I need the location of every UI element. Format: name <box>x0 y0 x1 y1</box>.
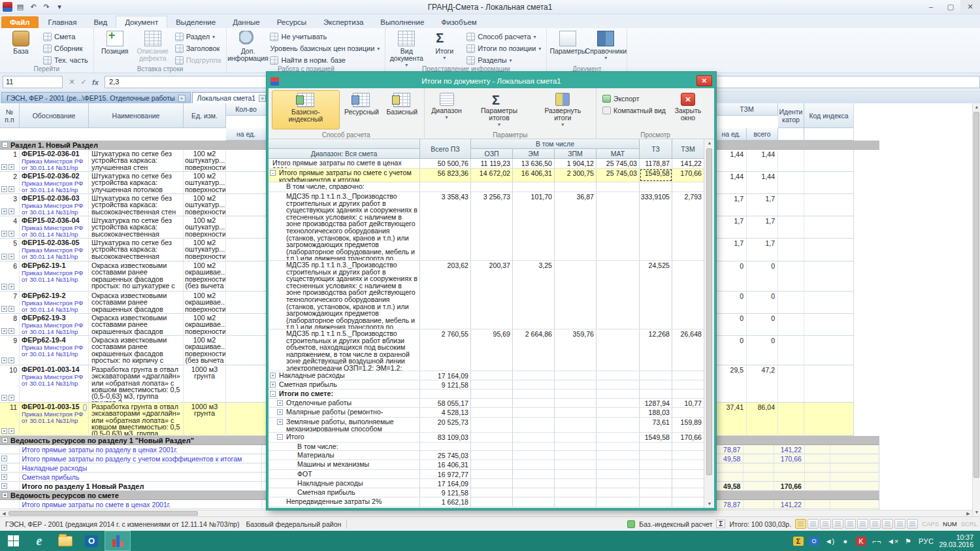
expander-icon[interactable]: + <box>2 492 8 498</box>
grand-smeta-icon[interactable] <box>105 531 131 551</box>
expander-icon[interactable]: + <box>8 209 14 214</box>
tab-ресурсы[interactable]: Ресурсы <box>269 16 315 28</box>
vertical-scroll-thumb[interactable] <box>973 112 979 478</box>
dialog-row[interactable]: +Отделочные работы58 055,171287,9410,77 <box>269 399 704 408</box>
dialog-titlebar[interactable]: Итоги по документу - Локальная смета1 ✕ <box>269 74 714 88</box>
view-icon-8[interactable] <box>882 519 893 529</box>
dialog-row[interactable]: МДС35 пр.1 т.1 п.3._Производство строите… <box>269 261 704 329</box>
dialog-row[interactable]: -Итого прямые затраты по смете с учетом … <box>269 169 704 182</box>
уровень-базисных-цен-позиции-button[interactable]: Уровень базисных цен позиции▾ <box>267 42 382 54</box>
dialog-row[interactable]: Непредвиденные затраты 2%1 662,18 <box>269 497 704 507</box>
expander-icon[interactable]: + <box>8 328 14 334</box>
тех-часть-button[interactable]: Тех. часть <box>41 54 91 66</box>
tab-экспертиза[interactable]: Экспертиза <box>315 16 372 28</box>
позиция-button[interactable]: Позиция <box>97 29 133 66</box>
start-icon[interactable] <box>0 531 26 551</box>
ie-icon[interactable]: e <box>26 531 52 551</box>
dialog-scroll-thumb[interactable] <box>706 148 712 475</box>
network-icon[interactable]: ⌐¬ <box>872 537 882 546</box>
close-window-button[interactable]: ✕Закрыть окно <box>670 90 706 129</box>
office-tray-icon[interactable]: O <box>809 537 819 546</box>
save-icon[interactable]: ▤ <box>15 2 25 12</box>
expander-icon[interactable]: + <box>8 284 14 290</box>
cell-reference-box[interactable]: 11 <box>3 76 63 88</box>
expander-icon[interactable]: + <box>270 382 276 388</box>
параметры-итогов-button[interactable]: Параметры итогов▾ <box>468 90 531 129</box>
view-icon-7[interactable] <box>870 519 881 529</box>
dialog-row[interactable]: +Земляные работы, выполняемые механизиро… <box>269 418 704 433</box>
expander-icon[interactable]: - <box>277 434 283 440</box>
dialog-row[interactable]: В том числе: <box>269 442 704 451</box>
language-indicator[interactable]: РУС <box>919 537 934 545</box>
expander-icon[interactable]: - <box>2 142 8 148</box>
mute-icon[interactable]: ◄× <box>887 537 898 546</box>
dialog-row[interactable]: МДС35 пр.1 т.1 п.5._Производство строите… <box>269 329 704 371</box>
close-tab-icon[interactable]: × <box>259 95 266 102</box>
диапазон-button[interactable]: Диапазон▾ <box>428 90 466 129</box>
tab-документ[interactable]: Документ <box>116 16 167 28</box>
explorer-icon[interactable] <box>52 531 78 551</box>
expander-icon[interactable]: + <box>1 483 7 489</box>
смета-button[interactable]: Смета <box>41 31 91 42</box>
tab-выделение[interactable]: Выделение <box>167 16 224 28</box>
outlook-icon[interactable]: O <box>78 531 105 551</box>
volume-icon[interactable]: ◄) <box>825 537 835 546</box>
expander-icon[interactable]: + <box>1 254 7 259</box>
expander-icon[interactable]: + <box>1 164 7 170</box>
найти-в-норм-базе-button[interactable]: Найти в норм. базе <box>267 54 382 66</box>
экспорт-button[interactable]: Экспорт <box>600 93 668 105</box>
close-tab-icon[interactable]: × <box>178 95 186 102</box>
tab-file[interactable]: Файл <box>1 16 39 28</box>
scroll-down-icon[interactable]: ▼ <box>973 509 980 516</box>
разделы-button[interactable]: Разделы▾ <box>464 54 544 66</box>
развернуть-итоги-button[interactable]: Развернуть итоги▾ <box>533 90 593 129</box>
expander-icon[interactable]: - <box>270 170 276 176</box>
expander-icon[interactable]: + <box>270 373 276 378</box>
expander-icon[interactable]: + <box>8 231 14 237</box>
не-учитывать-button[interactable]: Не учитывать <box>267 31 382 42</box>
expander-icon[interactable]: + <box>2 437 8 443</box>
expander-icon[interactable]: + <box>1 306 7 312</box>
minimize-button[interactable]: – <box>921 0 941 14</box>
expander-icon[interactable]: + <box>1 186 7 192</box>
horizontal-scrollbar[interactable]: ◀ ▶ <box>0 510 972 516</box>
expander-icon[interactable]: + <box>1 465 7 471</box>
tab-главная[interactable]: Главная <box>40 16 86 28</box>
expander-icon[interactable]: + <box>8 186 14 192</box>
view-icon-9[interactable] <box>894 519 906 529</box>
expander-icon[interactable]: + <box>1 428 7 434</box>
clock[interactable]: 10:37 29.03.2016 <box>939 534 976 548</box>
expander-icon[interactable]: + <box>8 395 14 401</box>
redo-icon[interactable]: ↷ <box>41 2 52 12</box>
dialog-row[interactable]: МДС35 пр.1 т.1 п.3._Производство строите… <box>269 192 704 261</box>
dialog-close-button[interactable]: ✕ <box>696 75 712 86</box>
итоги-button[interactable]: Итоги ▾ <box>426 29 463 66</box>
expander-icon[interactable]: - <box>270 391 276 397</box>
fx-icon[interactable]: fx <box>90 78 101 86</box>
dialog-row[interactable]: ФОТ16 972,77 <box>269 470 704 479</box>
dialog-scrollbar[interactable]: ▲ ▼ <box>704 139 714 508</box>
dot-icon[interactable]: ● <box>840 537 851 546</box>
view-icon-10[interactable] <box>907 519 918 529</box>
expander-icon[interactable]: + <box>8 358 14 363</box>
tab-физобъем[interactable]: Физобъем <box>433 16 485 28</box>
способ-расчета-button[interactable]: Способ расчета▾ <box>464 31 544 42</box>
view-icon-2[interactable] <box>808 519 819 529</box>
справочники-button[interactable]: Справочники ▾ <box>587 29 624 66</box>
вид-документа-button[interactable]: Вид документа ▾ <box>388 29 425 66</box>
scroll-up-icon[interactable]: ▲ <box>973 103 980 111</box>
expander-icon[interactable]: + <box>1 209 7 214</box>
expander-icon[interactable]: + <box>1 456 7 461</box>
view-icon-1[interactable] <box>795 519 806 529</box>
sigma-tray-icon[interactable]: Σ <box>793 537 804 546</box>
expander-icon[interactable]: + <box>8 254 14 259</box>
dialog-row[interactable]: +Малярные работы (ремонтно-строительные)… <box>269 408 704 418</box>
dialog-scroll-up-icon[interactable]: ▲ <box>704 139 715 147</box>
dialog-row[interactable]: Сметная прибыль9 121,58 <box>269 488 704 497</box>
view-icon-3[interactable] <box>820 519 831 529</box>
doc-tab[interactable]: ГЭСН, ФЕР - 2001 (ре...\ФЕР15. Отделочны… <box>1 92 191 103</box>
expander-icon[interactable]: + <box>1 231 7 237</box>
tab-вид[interactable]: Вид <box>85 16 116 28</box>
tab-данные[interactable]: Данные <box>224 16 269 28</box>
раздел-button[interactable]: Раздел▾ <box>172 31 224 42</box>
